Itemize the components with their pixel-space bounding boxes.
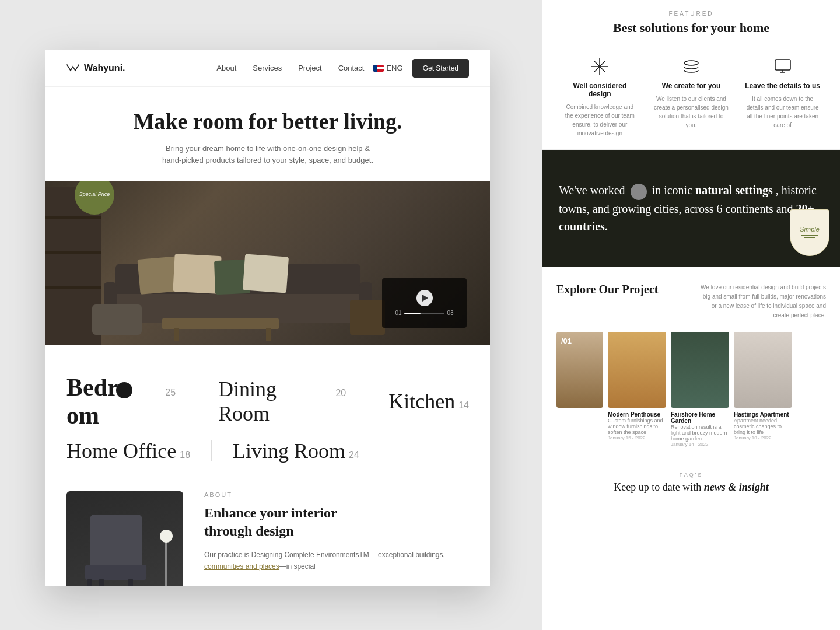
about-body: Our practice is Designing Complete Envir… bbox=[204, 549, 469, 573]
cat-dining[interactable]: Dining Room 20 bbox=[218, 377, 346, 426]
projects-title: Explore Our Project bbox=[556, 283, 658, 296]
about-heading: Enhance your interiorthrough design bbox=[204, 504, 469, 540]
nav-links: About Services Project Contact bbox=[216, 64, 364, 72]
play-button[interactable] bbox=[416, 290, 433, 306]
nav-contact[interactable]: Contact bbox=[338, 64, 365, 72]
cat-livingroom[interactable]: Living Room 24 bbox=[233, 439, 359, 463]
project-image-0: /01 bbox=[556, 332, 603, 408]
cat-bedroom[interactable]: Bedrom 25 bbox=[66, 373, 176, 429]
logo-icon bbox=[66, 64, 79, 73]
project-date-3: January 10 - 2022 bbox=[734, 435, 792, 440]
faq-section: FAQ'S Keep up to date with news & insigh… bbox=[542, 459, 840, 506]
faq-label: FAQ'S bbox=[556, 472, 826, 478]
right-panel: FEATURED Best solutions for your home We… bbox=[542, 0, 840, 630]
dark-text-2: in iconic bbox=[652, 184, 692, 197]
projects-section: Explore Our Project We love our resident… bbox=[542, 267, 840, 459]
about-text: About Enhance your interiorthrough desig… bbox=[204, 491, 469, 572]
shelf-bar-3 bbox=[46, 286, 101, 289]
project-grid: /01 Modern Penthouse Custom furnishings … bbox=[556, 332, 826, 447]
hero-title: Make room for better living. bbox=[66, 109, 469, 135]
chair-leg-3 bbox=[128, 579, 133, 586]
cat-kitchen-count: 14 bbox=[459, 400, 469, 411]
cat-divider-2 bbox=[367, 391, 368, 412]
featured-title: Best solutions for your home bbox=[564, 20, 819, 36]
features-row: Well considered design Combined knowledg… bbox=[542, 44, 840, 150]
about-image bbox=[66, 491, 183, 586]
project-num-0: /01 bbox=[561, 337, 572, 345]
sofa-scene: 01 03 bbox=[46, 181, 490, 345]
project-card-0[interactable]: /01 bbox=[556, 332, 603, 447]
cat-homeoffice-count: 18 bbox=[180, 450, 190, 460]
feature-create-desc: We listen to our clients and create a pe… bbox=[653, 94, 729, 130]
dark-text-1: We've worked bbox=[559, 184, 625, 197]
side-table bbox=[350, 300, 385, 335]
globe-icon bbox=[631, 184, 647, 200]
project-date-1: January 15 - 2022 bbox=[608, 435, 666, 440]
nav-project[interactable]: Project bbox=[298, 64, 321, 72]
cat-bedroom-count: 25 bbox=[165, 387, 176, 398]
projects-desc: We love our residential design and build… bbox=[698, 283, 826, 320]
project-desc-3: Apartment needed cosmetic changes to bri… bbox=[734, 418, 792, 435]
about-heading-text: Enhance your interiorthrough design bbox=[204, 505, 337, 538]
ottoman bbox=[92, 304, 142, 335]
shelf-bar-2 bbox=[46, 251, 101, 254]
feature-create: We create for you We listen to our clien… bbox=[653, 56, 729, 138]
chair-leg-2 bbox=[99, 579, 104, 586]
video-timeline: 01 03 bbox=[390, 310, 460, 316]
badge-text: Special Price bbox=[79, 191, 110, 198]
chair-leg-1 bbox=[88, 579, 92, 586]
about-section: About Enhance your interiorthrough desig… bbox=[46, 491, 490, 586]
table-leg-right bbox=[266, 328, 271, 341]
featured-section: FEATURED Best solutions for your home bbox=[542, 0, 840, 44]
communities-link[interactable]: communities and places bbox=[204, 562, 279, 570]
cat-bedroom-name: Bedrom bbox=[66, 373, 162, 429]
cat-kitchen[interactable]: Kitchen 14 bbox=[388, 389, 469, 414]
cat-livingroom-name: Living Room bbox=[233, 439, 345, 463]
project-card-2[interactable]: Fairshore Home Garden Renovation result … bbox=[671, 332, 729, 447]
cat-homeoffice-name: Home Office bbox=[66, 439, 176, 463]
video-overlay[interactable]: 01 03 bbox=[382, 278, 467, 328]
play-icon bbox=[422, 295, 428, 302]
feature-details-desc: It all comes down to the details and our… bbox=[745, 94, 821, 130]
nav-about[interactable]: About bbox=[216, 64, 236, 72]
hero-image-section: Special Price bbox=[46, 181, 490, 345]
projects-header: Explore Our Project We love our resident… bbox=[556, 283, 826, 320]
cat-row-2: Home Office 18 Living Room 24 bbox=[66, 439, 469, 463]
faq-text: Keep up to date with bbox=[614, 481, 701, 493]
navbar: Wahyuni. About Services Project Contact … bbox=[46, 50, 490, 87]
cat-homeoffice[interactable]: Home Office 18 bbox=[66, 439, 190, 463]
faq-bold: news & insight bbox=[704, 481, 769, 493]
get-started-button[interactable]: Get Started bbox=[412, 59, 469, 78]
project-date-2: January 14 - 2022 bbox=[671, 442, 729, 447]
project-image-2 bbox=[671, 332, 729, 408]
badge-decoration bbox=[801, 235, 818, 240]
stack-icon bbox=[681, 56, 702, 77]
monitor-icon bbox=[772, 56, 793, 77]
chair-back bbox=[90, 514, 142, 573]
chair-seat bbox=[85, 565, 146, 580]
project-name-1: Modern Penthouse bbox=[608, 411, 666, 418]
project-desc-1: Custom furnishings and window furnishing… bbox=[608, 418, 666, 435]
flag-icon bbox=[373, 65, 384, 72]
feature-create-title: We create for you bbox=[662, 82, 720, 90]
project-card-1[interactable]: Modern Penthouse Custom furnishings and … bbox=[608, 332, 666, 447]
shelf-bar-1 bbox=[46, 216, 101, 219]
feature-details-title: Leave the details to us bbox=[745, 82, 820, 90]
project-image-1 bbox=[608, 332, 666, 408]
cat-circle-icon bbox=[116, 382, 132, 398]
about-label: About bbox=[204, 491, 469, 498]
dark-banner-text: We've worked in iconic natural settings … bbox=[559, 181, 824, 235]
nav-services[interactable]: Services bbox=[253, 64, 282, 72]
video-progress-bar bbox=[404, 313, 445, 314]
language-selector[interactable]: ENG bbox=[373, 64, 402, 72]
lamp-shade bbox=[160, 530, 173, 542]
project-card-3[interactable]: Hastings Apartment Apartment needed cosm… bbox=[734, 332, 792, 447]
svg-rect-5 bbox=[775, 60, 790, 70]
lang-text: ENG bbox=[386, 64, 402, 72]
asterisk-icon bbox=[589, 56, 610, 77]
cat-kitchen-name: Kitchen bbox=[388, 389, 455, 414]
feature-details: Leave the details to us It all comes dow… bbox=[745, 56, 821, 138]
featured-label: FEATURED bbox=[564, 10, 819, 17]
coffee-table bbox=[162, 318, 279, 329]
cat-dining-count: 20 bbox=[335, 388, 346, 398]
